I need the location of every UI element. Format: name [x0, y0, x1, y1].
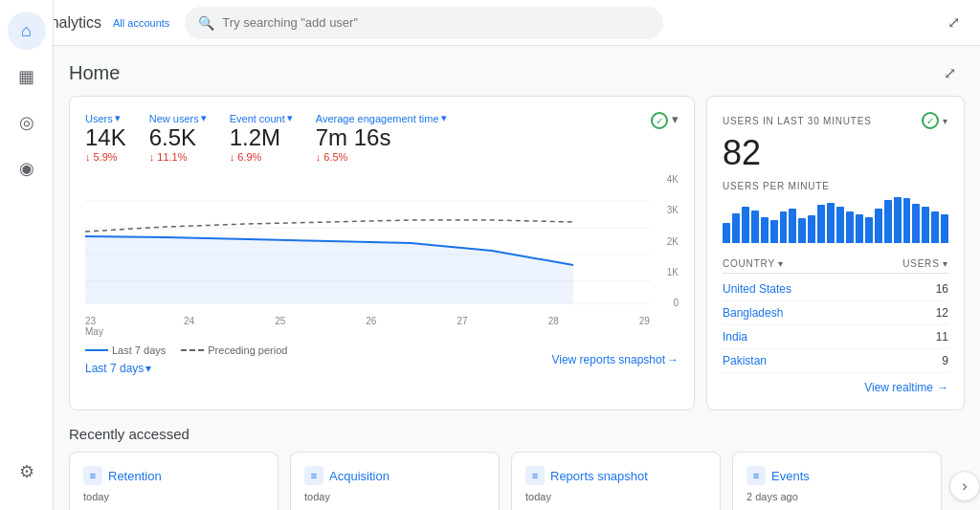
y-axis-labels: 4K 3K 2K 1K 0 [650, 174, 679, 308]
metric-users-label[interactable]: Users ▾ [85, 112, 126, 124]
per-minute-label: USERS PER MINUTE [723, 181, 948, 191]
page-expand-icon[interactable]: ⤢ [934, 57, 965, 88]
check-circle-icon: ✓ [651, 112, 668, 129]
mini-bar-item [732, 213, 740, 243]
country-table-header: COUNTRY ▾ USERS ▾ [723, 255, 948, 274]
legend-last7: Last 7 days [85, 344, 166, 356]
country-row-in: India 11 [723, 325, 948, 349]
recent-card-retention-time: today [83, 491, 264, 502]
metric-events-change: ↓ 6.9% [230, 151, 293, 163]
recent-card-retention[interactable]: ≡ Retention today [69, 452, 278, 510]
recent-card-reports-snapshot[interactable]: ≡ Reports snapshot today [511, 452, 721, 510]
page-header: Home ⤢ [69, 46, 965, 96]
expand-icon[interactable]: ⤢ [938, 8, 969, 38]
metric-new-users-label[interactable]: New users ▾ [149, 112, 207, 124]
country-in[interactable]: India [723, 330, 747, 344]
mini-bar-item [846, 211, 854, 243]
metric-users-value: 14K [85, 126, 126, 149]
country-row-bd: Bangladesh 12 [723, 301, 948, 325]
sidebar-item-settings[interactable]: ⚙ [8, 453, 46, 491]
recent-card-acquisition-time: today [304, 491, 485, 502]
recently-accessed-title: Recently accessed [69, 426, 965, 442]
mini-bar-item [827, 203, 835, 244]
view-realtime-link[interactable]: View realtime → [723, 381, 948, 394]
recent-card-events-title: ≡ Events [746, 466, 927, 485]
mini-bar-item [903, 198, 911, 243]
sidebar-item-home[interactable]: ⌂ [8, 11, 46, 50]
mini-bar-item [789, 209, 796, 243]
recently-accessed-cards: ≡ Retention today ≡ Acquisition today ≡ … [69, 452, 942, 510]
mini-bar-item [884, 200, 892, 243]
sidebar: ⌂ ▦ ◎ ◉ ⚙ [0, 0, 54, 510]
country-row-pk: Pakistan 9 [723, 349, 948, 373]
country-in-count: 11 [936, 330, 948, 344]
country-bd[interactable]: Bangladesh [723, 306, 783, 320]
realtime-header: USERS IN LAST 30 MINUTES ✓ ▾ [723, 112, 948, 129]
chevron-down-icon: ▾ [115, 112, 121, 124]
mini-bar-item [723, 223, 730, 243]
line-chart-svg [85, 174, 679, 308]
country-us[interactable]: United States [723, 282, 791, 296]
all-accounts-link[interactable]: All accounts [113, 17, 169, 29]
arrow-right-icon: → [937, 381, 948, 394]
recent-card-acquisition[interactable]: ≡ Acquisition today [290, 452, 500, 510]
report-icon-acquisition: ≡ [304, 466, 323, 485]
main-content: Home ⤢ Users ▾ 14K ↓ 5.9% New users ▾ [54, 46, 980, 510]
users-col-header[interactable]: USERS ▾ [902, 258, 948, 269]
recent-card-events[interactable]: ≡ Events 2 days ago [732, 452, 942, 510]
search-bar[interactable]: 🔍 [185, 7, 663, 39]
main-chart-card: Users ▾ 14K ↓ 5.9% New users ▾ 6.5K ↓ 11… [69, 96, 695, 410]
country-pk[interactable]: Pakistan [723, 354, 767, 367]
page-title: Home [69, 62, 120, 84]
sidebar-item-reports[interactable]: ▦ [8, 57, 46, 96]
metric-events-value: 1.2M [230, 126, 293, 149]
recent-card-acquisition-title: ≡ Acquisition [304, 466, 485, 485]
mini-bar-item [770, 220, 778, 243]
mini-bar-item [941, 214, 948, 243]
mini-bar-item [865, 217, 873, 243]
metric-new-users: New users ▾ 6.5K ↓ 11.1% [149, 112, 207, 163]
report-icon-events: ≡ [746, 466, 766, 485]
chart-legend: Last 7 days Preceding period [85, 344, 287, 356]
date-range-selector[interactable]: Last 7 days ▾ [85, 362, 287, 375]
report-icon-snapshot: ≡ [525, 466, 545, 485]
mini-bar-item [761, 217, 768, 243]
recent-card-retention-title: ≡ Retention [83, 466, 264, 485]
country-col-header[interactable]: COUNTRY ▾ [723, 258, 784, 269]
metric-events: Event count ▾ 1.2M ↓ 6.9% [230, 112, 293, 163]
mini-bar-item [922, 207, 929, 243]
metrics-row: Users ▾ 14K ↓ 5.9% New users ▾ 6.5K ↓ 11… [85, 112, 679, 163]
realtime-check-icon: ✓ [922, 112, 939, 129]
search-icon: 🔍 [198, 15, 214, 31]
recent-card-events-time: 2 days ago [746, 491, 927, 502]
topbar: Analytics All accounts 🔍 ⤢ [0, 0, 980, 46]
sidebar-item-explore[interactable]: ◎ [8, 103, 46, 142]
mini-bar-item [894, 197, 902, 243]
x-axis-labels: 23May242526272829 [85, 316, 679, 337]
realtime-card: USERS IN LAST 30 MINUTES ✓ ▾ 82 USERS PE… [706, 96, 965, 410]
chevron-down-icon: ▾ [201, 112, 207, 124]
svg-marker-5 [85, 236, 573, 303]
country-row-us: United States 16 [723, 277, 948, 301]
view-reports-link[interactable]: View reports snapshot → [551, 353, 679, 366]
mini-bar-item [875, 209, 882, 243]
legend-last7-label: Last 7 days [112, 344, 166, 356]
chevron-down-icon[interactable]: ▾ [672, 112, 679, 126]
sidebar-item-advertising[interactable]: ◉ [8, 149, 46, 188]
chevron-down-icon[interactable]: ▾ [943, 116, 948, 126]
sidebar-bottom: ⚙ [8, 449, 46, 510]
cards-row: Users ▾ 14K ↓ 5.9% New users ▾ 6.5K ↓ 11… [69, 96, 965, 410]
metric-engagement-label[interactable]: Average engagement time ▾ [316, 112, 447, 124]
metric-new-users-value: 6.5K [149, 126, 207, 149]
recent-card-reports-time: today [525, 491, 706, 502]
metric-engagement-value: 7m 16s [316, 126, 447, 149]
mini-bar-item [798, 218, 806, 243]
metric-events-label[interactable]: Event count ▾ [230, 112, 293, 124]
chevron-down-icon: ▾ [145, 362, 151, 375]
search-input[interactable] [222, 15, 650, 30]
metric-users-change: ↓ 5.9% [85, 151, 126, 163]
recent-cards-next-arrow[interactable]: › [949, 471, 980, 501]
mini-bar-item [780, 211, 788, 243]
country-bd-count: 12 [936, 306, 948, 320]
dashed-line-icon [181, 349, 204, 351]
